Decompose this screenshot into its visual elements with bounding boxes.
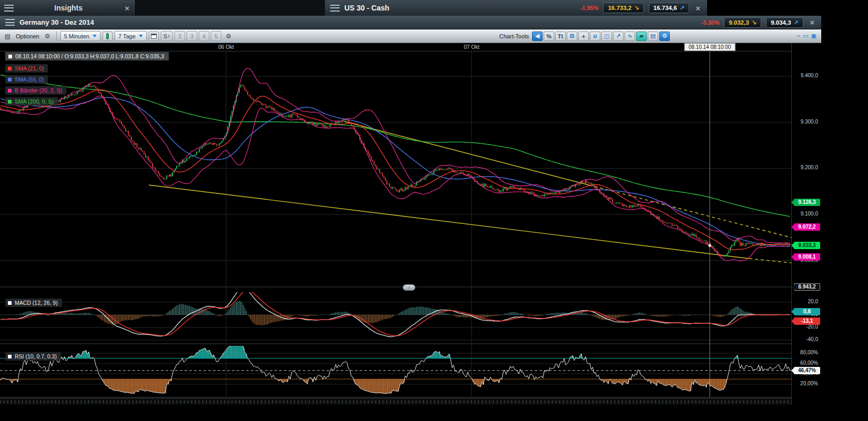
interval-value: 5 Minuten — [64, 33, 89, 39]
options-gear-icon[interactable]: ⚙ — [43, 32, 53, 41]
macd-indicator-label[interactable]: MACD (12, 26, 9) — [5, 299, 62, 307]
view-buttons: 2345 — [175, 31, 221, 41]
close-icon[interactable]: × — [808, 18, 816, 26]
tab-insights[interactable]: Insights × — [0, 0, 136, 16]
ohlc-text: 08.10.14 08:10:00 / O:9.033,3 H:9.037,0 … — [15, 53, 164, 59]
chart-settings-icon[interactable]: ⚙ — [659, 32, 670, 41]
axis-label: 20,00% — [792, 381, 818, 386]
menu-icon[interactable] — [330, 5, 340, 12]
axis-label: 9.200,0 — [792, 165, 818, 170]
sell-arrow-icon: ↘ — [634, 4, 639, 12]
legend-item[interactable]: SMA (200, 0, S) — [5, 97, 58, 106]
germany30-buy-button[interactable]: 9.034,3 ↗ — [766, 17, 803, 28]
legend-color-swatch — [8, 89, 12, 93]
view-button-3[interactable]: 3 — [187, 31, 197, 41]
buy-arrow-icon: ↗ — [680, 4, 685, 12]
legend-label: B Bänder (20, 2, S) — [15, 87, 62, 94]
axis-label: 9.300,0 — [792, 119, 818, 125]
us30-buy-price: 16.734,6 — [653, 5, 677, 11]
axis-tag: 46,47% — [794, 367, 820, 374]
legend-label: SMA (55, 0) — [15, 76, 44, 83]
close-icon[interactable]: × — [123, 4, 131, 12]
window-icons: ‒▭▣ — [797, 33, 816, 39]
chart-toolbar: ▤ Optionen ⚙ 5 Minuten 7 Tage S1 2345 ⚙ … — [0, 29, 821, 43]
view-button-4[interactable]: 4 — [199, 31, 209, 41]
ohlc-swatch — [8, 55, 12, 58]
menu-icon[interactable] — [5, 19, 15, 26]
legend-item[interactable]: B Bänder (20, 2, S) — [5, 86, 66, 95]
chart-tools-label: Chart-Tools — [498, 33, 530, 39]
germany30-buy-price: 9.034,3 — [771, 19, 791, 26]
options-button[interactable]: Optionen — [15, 33, 40, 39]
rsi-label-text: RSI (10, 0.7, 0.3) — [15, 353, 57, 360]
indicator-wave-icon[interactable]: ∿ — [625, 32, 635, 41]
date-axis[interactable]: 06 Okt07 Okt — [0, 43, 791, 52]
window-minimize-icon[interactable]: ‒ — [797, 33, 800, 39]
view-button-5[interactable]: 5 — [211, 31, 221, 41]
axis-tag: 9.126,3 — [794, 199, 820, 206]
candlestick-type-icon[interactable] — [103, 32, 113, 41]
insights-title: Insights — [14, 4, 123, 12]
rsi-indicator-label[interactable]: RSI (10, 0.7, 0.3) — [5, 352, 61, 361]
legend-color-swatch — [8, 100, 12, 104]
rsi-swatch — [8, 355, 12, 358]
crosshair-time-label: 08.10.14 08:10:00 — [685, 43, 736, 51]
layout-grid-icon[interactable]: ▤ — [3, 32, 13, 41]
toolbar-separator — [56, 32, 57, 41]
range-value: 7 Tage — [118, 33, 136, 39]
chart-tools-icons: ◀%Tt⊞+∪◫↗∿▰▤⚙ — [532, 32, 670, 41]
legend-label: SMA (21, 0) — [15, 65, 44, 71]
trendline-tool-icon[interactable]: ↗ — [613, 32, 624, 41]
window-restore-icon[interactable]: ▭ — [803, 33, 808, 39]
axis-label: 9.100,0 — [792, 211, 818, 217]
axis-tag: 9.072,2 — [794, 223, 820, 231]
grid-toggle-icon[interactable]: ⊞ — [567, 32, 577, 41]
legend-item[interactable]: SMA (55, 0) — [5, 75, 48, 84]
legend-color-swatch — [8, 67, 12, 70]
magnet-icon[interactable]: ∪ — [590, 32, 600, 41]
chevron-down-icon — [93, 35, 97, 37]
chart-scrollbar[interactable] — [0, 398, 791, 405]
desktop: Insights × US 30 - Cash -1.95% 16.733,2 … — [0, 0, 868, 421]
axis-label: 80,00% — [792, 350, 818, 355]
interval-select[interactable]: 5 Minuten — [60, 31, 100, 41]
chart-settings-gear-icon[interactable]: ⚙ — [223, 32, 233, 41]
range-select[interactable]: 7 Tage — [115, 31, 147, 41]
macd-swatch — [8, 301, 12, 305]
snapshot-button[interactable]: S1 — [161, 31, 172, 41]
ohlc-info: 08.10.14 08:10:00 / O:9.033,3 H:9.037,0 … — [5, 52, 169, 60]
text-tool-icon[interactable]: Tt — [555, 32, 566, 41]
us30-sell-price: 16.733,2 — [608, 5, 631, 11]
us30-sell-button[interactable]: 16.733,2 ↘ — [603, 3, 644, 13]
crosshair-tool-icon[interactable]: + — [578, 32, 589, 41]
window-header-germany30[interactable]: Germany 30 - Dez 2014 -3.30% 9.032,3 ↘ 9… — [0, 16, 821, 29]
axis-label: 20,0 — [792, 299, 818, 304]
legend-color-swatch — [8, 78, 12, 81]
snapshot-label: S — [164, 33, 167, 39]
germany30-sell-button[interactable]: 9.032,3 ↘ — [724, 17, 761, 28]
calendar-icon[interactable] — [149, 32, 159, 41]
view-button-2[interactable]: 2 — [175, 31, 185, 41]
print-icon[interactable]: ▤ — [648, 32, 658, 41]
close-icon[interactable]: × — [694, 4, 702, 12]
percent-scale-icon[interactable]: % — [544, 32, 554, 41]
axis-tag: 8.943,2 — [794, 283, 820, 291]
macd-label-text: MACD (12, 26, 9) — [15, 300, 58, 306]
price-axis[interactable]: 9.400,09.300,09.200,09.100,09.000,020,00… — [791, 43, 821, 405]
window-maximize-icon[interactable]: ▣ — [811, 33, 816, 39]
germany30-change-badge: -3.30% — [701, 19, 719, 26]
chevron-down-icon — [139, 35, 143, 37]
pointer-mode-icon[interactable]: ◀ — [532, 32, 543, 41]
axis-label: -40,0 — [792, 336, 818, 342]
legend-item[interactable]: SMA (21, 0) — [5, 64, 48, 73]
us30-change-badge: -1.95% — [580, 5, 599, 11]
split-view-icon[interactable]: ◫ — [601, 32, 612, 41]
menu-icon[interactable] — [4, 5, 14, 12]
sell-arrow-icon: ↘ — [752, 19, 757, 26]
eraser-icon[interactable]: ▰ — [636, 32, 647, 41]
us30-buy-button[interactable]: 16.734,6 ↗ — [649, 3, 689, 13]
calendar-glyph — [151, 34, 157, 39]
panel-resize-handle[interactable]: ↕ — [403, 284, 415, 291]
window-header-us30[interactable]: US 30 - Cash -1.95% 16.733,2 ↘ 16.734,6 … — [325, 0, 707, 16]
legend-label: SMA (200, 0, S) — [15, 98, 54, 105]
